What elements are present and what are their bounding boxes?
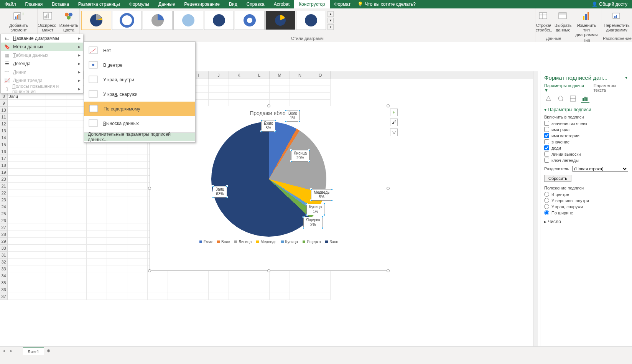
svg-rect-6: [44, 16, 46, 18]
include-checkbox[interactable]: имя категории: [544, 133, 628, 138]
chart-legend[interactable]: ЁжикВолкЛисицаМедведьКуницаЯщеркаЗаяц: [150, 240, 388, 244]
sub-none[interactable]: Нет: [84, 43, 195, 58]
tab-pagelayout[interactable]: Разметка страницы: [74, 0, 125, 8]
tab-acrobat[interactable]: Acrobat: [269, 0, 294, 8]
add-chart-element-icon: +: [13, 10, 25, 22]
chart-style-2[interactable]: [112, 11, 142, 30]
position-heading: Положение подписи: [544, 186, 628, 190]
section-number[interactable]: ▸ Число: [544, 219, 628, 224]
label-options-icon[interactable]: [581, 95, 589, 103]
tab-formulas[interactable]: Формулы: [125, 0, 154, 8]
position-radio[interactable]: По ширине: [544, 210, 628, 215]
menu-data-labels[interactable]: 🔖Метки данных▶: [1, 43, 83, 51]
resize-handle[interactable]: [148, 187, 151, 190]
sub-data-callout[interactable]: Выноска данных: [84, 116, 195, 131]
chart-plus-button[interactable]: +: [390, 109, 398, 116]
vertical-scrollbar[interactable]: [533, 71, 538, 346]
select-data-button[interactable]: Выбрать данные: [553, 9, 573, 33]
add-sheet-button[interactable]: ⊕: [44, 348, 53, 353]
chart-style-6[interactable]: [235, 11, 265, 30]
resize-handle[interactable]: [267, 269, 270, 272]
resize-handle[interactable]: [387, 269, 390, 272]
tab-view[interactable]: Вид: [224, 0, 242, 8]
resize-handle[interactable]: [387, 187, 390, 190]
tab-format[interactable]: Формат: [330, 0, 356, 8]
tab-help[interactable]: Справка: [242, 0, 269, 8]
menu-updown-bars: ▯Полосы повышения и понижения▶: [1, 85, 83, 93]
svg-rect-36: [89, 76, 97, 83]
size-icon[interactable]: [569, 95, 577, 103]
tab-design[interactable]: Конструктор: [294, 0, 329, 8]
add-chart-element-button[interactable]: + Добавить элемент диаграммы: [2, 9, 36, 38]
share-button[interactable]: 👤 Общий досту: [587, 2, 632, 7]
data-label[interactable]: Ёжик8%: [261, 120, 275, 132]
include-checkbox[interactable]: линии выноски: [544, 152, 628, 156]
switch-row-col-button[interactable]: Строка/столбец: [534, 9, 553, 33]
sheet-nav-next[interactable]: ▸: [8, 348, 15, 353]
move-chart-button[interactable]: Переместить диаграмму: [602, 9, 631, 33]
pane-tab-text-options[interactable]: Параметры текста: [594, 83, 628, 92]
svg-rect-45: [586, 97, 588, 101]
chart-style-8[interactable]: [296, 11, 326, 30]
chart-style-3[interactable]: [143, 11, 173, 30]
data-label[interactable]: Куница1%: [306, 204, 324, 215]
status-bar: [0, 355, 632, 364]
include-checkbox[interactable]: значение: [544, 139, 628, 144]
sub-outside-end[interactable]: У края, снаружи: [84, 87, 195, 102]
quick-layout-label: Экспресс-макет: [38, 23, 58, 32]
tell-me[interactable]: 💡 Что вы хотите сделать?: [357, 2, 416, 7]
pie-chart[interactable]: Ёжик8% Волк1% Лисица20% Медведь5% Куница…: [211, 122, 326, 237]
data-label[interactable]: Волк1%: [286, 110, 300, 122]
resize-handle[interactable]: [148, 269, 151, 272]
data-label[interactable]: Лисица20%: [291, 150, 309, 161]
tab-insert[interactable]: Вставка: [47, 0, 74, 8]
position-radio[interactable]: У края, снаружи: [544, 204, 628, 209]
style-gallery-scroll[interactable]: ▲▼▾: [328, 11, 334, 30]
chart-filter-button[interactable]: ▽: [390, 128, 398, 136]
tab-data[interactable]: Данные: [154, 0, 179, 8]
svg-text:+: +: [21, 11, 25, 17]
effects-icon[interactable]: [556, 95, 565, 103]
resize-handle[interactable]: [267, 104, 270, 107]
change-colors-button[interactable]: Изменить цвета: [58, 9, 80, 33]
include-checkbox[interactable]: имя ряда: [544, 127, 628, 132]
section-label-options[interactable]: ▾ Параметры подписи: [544, 107, 628, 112]
data-label[interactable]: Медведь5%: [311, 189, 332, 201]
include-checkbox[interactable]: значения из ячеек: [544, 121, 628, 126]
data-label[interactable]: Ящерка2%: [303, 217, 323, 228]
tab-review[interactable]: Рецензирование: [179, 0, 224, 8]
row-headers[interactable]: 6789101112131415161718192021222324252627…: [0, 79, 8, 346]
sub-inside-end[interactable]: У края, внутри: [84, 72, 195, 87]
sub-more-options[interactable]: Дополнительные параметры подписей данных…: [84, 132, 195, 141]
sheet-tab[interactable]: Лист1: [23, 347, 44, 355]
resize-handle[interactable]: [387, 104, 390, 107]
sub-best-fit[interactable]: По содержимому: [84, 102, 195, 116]
chart-style-5[interactable]: [204, 11, 234, 30]
change-chart-type-button[interactable]: Изменить тип диаграммы: [574, 9, 599, 38]
tab-file[interactable]: Файл: [0, 0, 21, 8]
group-label-location: Расположение: [603, 36, 630, 42]
position-radio[interactable]: У вершины, внутри: [544, 198, 628, 203]
svg-rect-25: [559, 13, 566, 15]
fill-icon[interactable]: [544, 95, 553, 103]
quick-layout-button[interactable]: Экспресс-макет: [36, 9, 59, 33]
include-checkbox[interactable]: ключ легенды: [544, 158, 628, 163]
pane-tab-label-options[interactable]: Параметры подписи ▼: [544, 83, 588, 92]
menu-legend[interactable]: ☰Легенда▶: [1, 59, 83, 68]
chart-style-7[interactable]: [265, 11, 295, 30]
sheet-nav-prev[interactable]: ◂: [0, 348, 8, 353]
chart-style-1[interactable]: [81, 11, 111, 30]
ribbon-body: + Добавить элемент диаграммы Экспресс-ма…: [0, 8, 632, 42]
chart-brush-button[interactable]: 🖌: [390, 119, 398, 126]
reset-button[interactable]: Сбросить: [544, 175, 571, 182]
position-radio[interactable]: В центре: [544, 192, 628, 197]
tab-home[interactable]: Главная: [21, 0, 48, 8]
menu-chart-title[interactable]: 🏷Название диаграммы▶: [1, 34, 83, 43]
sub-center[interactable]: В центре: [84, 58, 195, 72]
chart-style-4[interactable]: [173, 11, 203, 30]
include-checkbox[interactable]: доди: [544, 145, 628, 150]
tell-me-text: Что вы хотите сделать?: [365, 2, 416, 7]
data-label[interactable]: Заяц63%: [213, 186, 227, 198]
separator-select[interactable]: (Новая строка): [572, 166, 628, 172]
bulb-icon: 💡: [357, 2, 363, 7]
